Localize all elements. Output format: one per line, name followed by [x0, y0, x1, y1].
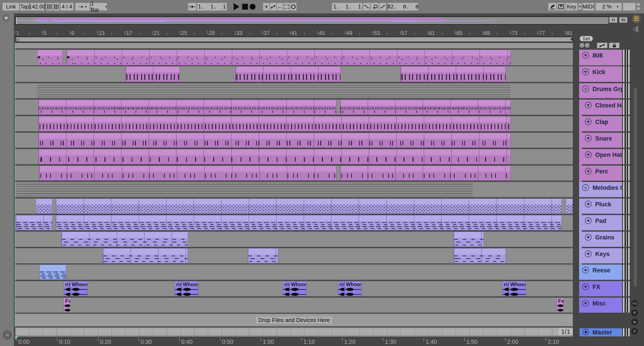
- lane-clap[interactable]: [15, 116, 573, 131]
- track-header-misc[interactable]: Misc: [579, 298, 622, 313]
- clip-perc[interactable]: [39, 166, 336, 180]
- track-header-closed-hat[interactable]: Closed Hat: [582, 100, 622, 115]
- set-locator-button[interactable]: Set: [580, 36, 593, 41]
- fold-triangle-icon[interactable]: [585, 135, 592, 142]
- clip-keys[interactable]: [248, 248, 278, 264]
- clip-perc[interactable]: [340, 166, 511, 180]
- panel-scrollbar[interactable]: [634, 87, 637, 286]
- clip-fx[interactable]: Whoosh: [182, 281, 198, 296]
- loop-link-button[interactable]: [597, 43, 607, 48]
- lane-pad[interactable]: [15, 215, 573, 230]
- clip-snare[interactable]: [38, 133, 511, 148]
- lane-closed-hat[interactable]: [15, 100, 573, 115]
- track-header-drums-grp[interactable]: ≡Drums Grp: [579, 83, 622, 98]
- fold-triangle-icon[interactable]: [582, 52, 589, 59]
- lane-pluck[interactable]: [15, 198, 573, 214]
- clip-misc[interactable]: Fx: [64, 298, 70, 313]
- clip-fx[interactable]: ris: [283, 281, 289, 296]
- clip-fx[interactable]: ris: [338, 281, 344, 296]
- punch-out-button[interactable]: [379, 3, 386, 10]
- lane-snare[interactable]: [15, 133, 573, 148]
- lane-reese[interactable]: [15, 264, 573, 280]
- track-header-master[interactable]: Master: [580, 328, 622, 336]
- loop-length-field[interactable]: 82. 0. 0: [388, 3, 418, 10]
- clip-kick[interactable]: [236, 66, 340, 82]
- clip-misc[interactable]: Fx: [557, 298, 564, 313]
- clip-kick[interactable]: [400, 66, 506, 82]
- track-header-pad[interactable]: Pad: [582, 215, 622, 230]
- track-header-fx[interactable]: FX: [579, 281, 622, 296]
- loop-start-field[interactable]: 1. 1. 1: [332, 3, 362, 10]
- mixer-toggle-i-o[interactable]: I·O: [631, 300, 638, 306]
- clip-keys[interactable]: [103, 248, 188, 264]
- time-ruler[interactable]: 0:000:100:200:300:400:501:001:101:201:30…: [14, 336, 644, 346]
- fold-triangle-icon[interactable]: [585, 201, 592, 208]
- fold-triangle-icon[interactable]: [585, 250, 592, 257]
- track-header-808[interactable]: 808: [579, 50, 622, 65]
- clip-pluck[interactable]: [56, 198, 562, 214]
- key-map-button[interactable]: Key: [566, 3, 578, 10]
- capture-midi-button[interactable]: [283, 3, 290, 10]
- re-enable-automation-button[interactable]: ←: [277, 3, 282, 10]
- clip-fx[interactable]: ris: [64, 281, 70, 296]
- lane-open-hat[interactable]: [15, 149, 573, 164]
- clip-fx[interactable]: Whoosh: [289, 281, 306, 296]
- track-header-pluck[interactable]: Pluck: [582, 198, 622, 214]
- overdub-button[interactable]: +: [263, 3, 270, 10]
- lane-melodies-grp[interactable]: [15, 182, 573, 197]
- link-button[interactable]: Link: [3, 3, 19, 10]
- clip-closed-hat[interactable]: [340, 100, 511, 115]
- clip-closed-hat[interactable]: [38, 100, 336, 115]
- mixer-toggle-r[interactable]: R: [631, 310, 638, 316]
- lane-keys[interactable]: [15, 248, 573, 264]
- metronome-button[interactable]: ○●▾: [76, 3, 90, 10]
- mixer-view-button[interactable]: [632, 24, 641, 34]
- tap-tempo-button[interactable]: Tap: [20, 3, 29, 10]
- fold-triangle-icon[interactable]: [585, 168, 592, 174]
- automation-arm-button[interactable]: [270, 3, 276, 10]
- tempo-field[interactable]: 142.00: [30, 3, 44, 10]
- clip-fx[interactable]: Whoosh: [70, 281, 88, 296]
- lane-misc[interactable]: FxFx: [15, 298, 573, 313]
- mixer-toggle-m[interactable]: M: [631, 319, 638, 325]
- nudge-up-button[interactable]: [53, 3, 60, 10]
- clip-fx[interactable]: Whoosh: [509, 281, 526, 296]
- lane-808[interactable]: [15, 50, 573, 65]
- clip-clap[interactable]: [38, 116, 511, 131]
- track-header-reese[interactable]: Reese: [579, 264, 622, 280]
- track-header-grains[interactable]: Grains: [582, 232, 622, 247]
- draw-mode-button[interactable]: [548, 3, 556, 10]
- lane-grains[interactable]: [15, 232, 573, 247]
- midi-map-button[interactable]: MIDI: [582, 3, 594, 10]
- fold-triangle-icon[interactable]: [585, 234, 592, 240]
- track-width-button[interactable]: W: [620, 17, 627, 22]
- track-header-keys[interactable]: Keys: [582, 248, 622, 264]
- show-fades-button[interactable]: ≈: [3, 330, 12, 340]
- fold-triangle-icon[interactable]: [585, 151, 592, 158]
- fold-triangle-icon[interactable]: [585, 102, 592, 108]
- clip-fx[interactable]: ris: [175, 281, 181, 296]
- record-button[interactable]: [249, 2, 256, 12]
- quantization-menu[interactable]: 1 Bar▾: [91, 3, 107, 10]
- play-button[interactable]: [233, 2, 240, 12]
- fold-triangle-icon[interactable]: [585, 118, 592, 125]
- lane-kick[interactable]: [15, 66, 573, 82]
- arrangement-overview[interactable]: [15, 16, 609, 24]
- clip-reese[interactable]: [40, 264, 66, 280]
- clip-fx[interactable]: ris: [502, 281, 509, 296]
- clip-grains[interactable]: [61, 232, 188, 247]
- clip-pad[interactable]: [16, 215, 52, 230]
- track-height-button[interactable]: H: [609, 17, 617, 22]
- clip-808[interactable]: [66, 50, 511, 65]
- clip-kick[interactable]: [125, 66, 180, 82]
- cpu-meter[interactable]: 2 %▾: [596, 3, 622, 10]
- arrangement-position-field[interactable]: 1. 1. 1: [197, 3, 227, 10]
- drop-zone[interactable]: Drop Files and Devices Here: [15, 314, 573, 326]
- fold-triangle-icon[interactable]: [582, 267, 589, 274]
- clip-open-hat[interactable]: [38, 149, 511, 164]
- fold-triangle-icon[interactable]: [585, 217, 592, 224]
- scrub-bar[interactable]: ▷: [15, 37, 573, 42]
- clip-pad[interactable]: [56, 215, 562, 230]
- fold-triangle-icon[interactable]: [582, 300, 589, 306]
- hamburger-menu-button[interactable]: [632, 14, 641, 23]
